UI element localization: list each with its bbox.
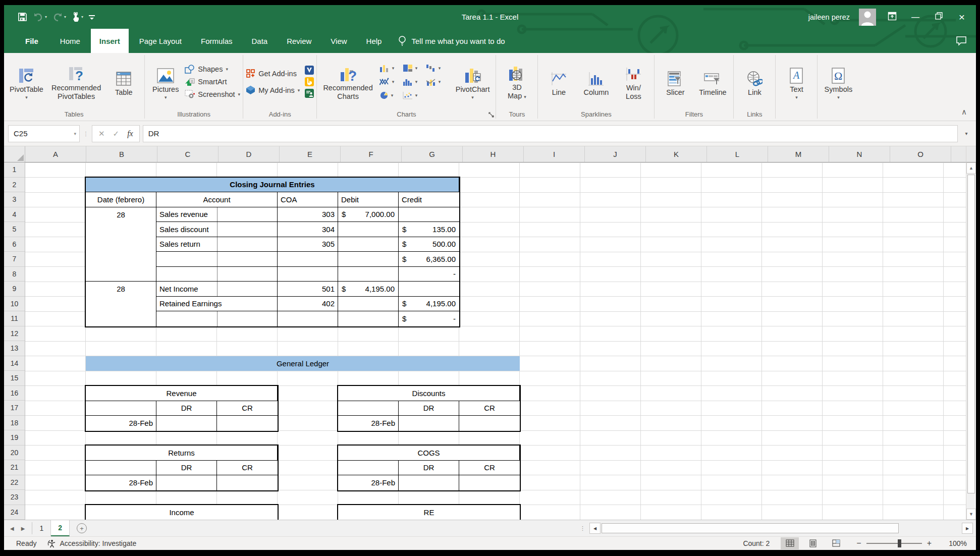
ledger-cell[interactable] — [399, 416, 459, 431]
tab-view[interactable]: View — [322, 29, 355, 53]
column-header-B[interactable]: B — [86, 146, 157, 162]
column-header-D[interactable]: D — [219, 146, 280, 162]
ledger-date-cell[interactable]: 28-Feb — [86, 475, 156, 490]
journal-entry2-date-cell[interactable]: 28 — [86, 282, 156, 326]
vertical-scroll-thumb[interactable] — [967, 175, 975, 493]
sheet-canvas[interactable]: Closing Journal Entries Date (febrero) A… — [25, 162, 966, 520]
insert-waterfall-chart-button[interactable]: ▾ — [426, 64, 449, 72]
people-graph-icon[interactable] — [305, 89, 314, 98]
journal-entry1-date-cell[interactable]: 28 — [86, 207, 156, 282]
bing-maps-icon[interactable] — [305, 77, 314, 86]
scroll-up-arrow[interactable]: ▲ — [966, 162, 976, 174]
column-header-C[interactable]: C — [157, 146, 219, 162]
row-header-6[interactable]: 6 — [4, 237, 25, 252]
pictures-button[interactable]: Pictures ▾ — [147, 64, 184, 100]
redo-button[interactable]: ▾ — [52, 13, 66, 22]
row-header-4[interactable]: 4 — [4, 207, 25, 223]
redo-dropdown-caret[interactable]: ▾ — [64, 15, 66, 19]
journal-cell-debit[interactable] — [338, 237, 399, 252]
ledger-title-cell[interactable]: Income — [86, 505, 278, 520]
journal-cell-account[interactable] — [156, 267, 278, 282]
user-name[interactable]: jaileen perez — [808, 13, 850, 21]
row-header-12[interactable]: 12 — [4, 326, 25, 342]
row-header-24[interactable]: 24 — [4, 505, 25, 520]
comments-button[interactable] — [956, 29, 976, 53]
tab-formulas[interactable]: Formulas — [192, 29, 241, 53]
journal-cell-account[interactable] — [156, 252, 278, 267]
row-header-23[interactable]: 23 — [4, 490, 25, 505]
journal-header-coa[interactable]: COA — [278, 192, 338, 207]
row-header-8[interactable]: 8 — [4, 267, 25, 282]
ledger-dr-header[interactable]: DR — [399, 401, 459, 416]
recommended-charts-button[interactable]: ? RecommendedCharts — [319, 63, 376, 101]
ledger-cr-header[interactable]: CR — [217, 401, 278, 416]
sparkline-line-button[interactable]: Line — [540, 67, 577, 97]
ledger-cr-header[interactable]: CR — [217, 461, 278, 476]
sparkline-column-button[interactable]: Column — [578, 67, 614, 97]
ledger-dr-header[interactable]: DR — [156, 401, 217, 416]
scroll-left-arrow[interactable]: ◀ — [589, 523, 601, 534]
customize-quick-access-button[interactable] — [88, 14, 95, 20]
avatar[interactable] — [859, 9, 876, 26]
scroll-down-arrow[interactable]: ▼ — [966, 509, 976, 520]
journal-cell-coa[interactable]: 303 — [278, 207, 338, 223]
journal-cell-credit[interactable]: $500.00 — [399, 237, 459, 252]
journal-cell-credit[interactable]: $6,365.00 — [399, 252, 459, 267]
tab-home[interactable]: Home — [51, 29, 89, 53]
undo-button[interactable]: ▾ — [33, 13, 47, 22]
row-header-19[interactable]: 19 — [4, 430, 25, 446]
insert-column-chart-button[interactable]: ▾ — [379, 64, 403, 72]
ledger-cr-header[interactable]: CR — [459, 461, 520, 476]
ledger-cell[interactable] — [338, 401, 399, 416]
row-header-15[interactable]: 15 — [4, 371, 25, 386]
column-header-G[interactable]: G — [402, 146, 463, 162]
confirm-entry-button[interactable]: ✓ — [113, 129, 120, 138]
tab-page-layout[interactable]: Page Layout — [131, 29, 190, 53]
status-count[interactable]: Count: 2 — [743, 539, 770, 547]
vertical-scrollbar[interactable]: ▲ ▼ — [966, 162, 976, 520]
journal-cell-debit[interactable] — [338, 311, 399, 326]
column-header-E[interactable]: E — [280, 146, 341, 162]
expand-formula-bar-button[interactable]: ▾ — [961, 131, 972, 136]
select-all-button[interactable] — [4, 146, 25, 162]
tab-review[interactable]: Review — [278, 29, 320, 53]
journal-cell-account[interactable]: Sales discount — [156, 222, 278, 237]
restore-button[interactable] — [932, 12, 946, 22]
shapes-button[interactable]: Shapes▾ — [185, 65, 240, 74]
ledger-cell[interactable] — [217, 475, 278, 490]
timeline-button[interactable]: Timeline — [694, 67, 731, 97]
journal-cell-credit[interactable]: - — [399, 267, 459, 282]
tab-file[interactable]: File — [14, 29, 49, 53]
insert-scatter-chart-button[interactable]: ▾ — [403, 91, 426, 99]
collapse-ribbon-button[interactable]: ∧ — [961, 107, 967, 117]
row-header-21[interactable]: 21 — [4, 460, 25, 475]
ribbon-display-options-button[interactable] — [885, 12, 899, 23]
journal-cell-coa[interactable] — [278, 267, 338, 282]
column-header-K[interactable]: K — [646, 146, 707, 162]
smartart-button[interactable]: SmartArt — [185, 77, 240, 86]
page-layout-view-button[interactable] — [804, 537, 822, 549]
row-header-14[interactable]: 14 — [4, 356, 25, 371]
insert-combo-chart-button[interactable]: ▾ — [426, 78, 449, 86]
column-header-H[interactable]: H — [463, 146, 524, 162]
journal-header-date[interactable]: Date (febrero) — [86, 192, 156, 207]
column-header-F[interactable]: F — [341, 146, 402, 162]
general-ledger-band[interactable]: General Ledger — [86, 356, 520, 371]
my-addins-button[interactable]: My Add-ins▾ — [246, 85, 300, 95]
journal-cell-account[interactable] — [156, 311, 278, 326]
journal-cell-debit[interactable] — [338, 252, 399, 267]
name-box[interactable]: C25 ▾ — [8, 125, 80, 142]
row-header-3[interactable]: 3 — [4, 192, 25, 207]
formula-bar-splitter[interactable]: ⋮ — [83, 132, 89, 135]
journal-cell-coa[interactable]: 304 — [278, 222, 338, 237]
formula-input[interactable]: DR — [143, 125, 958, 142]
column-header-A[interactable]: A — [25, 146, 86, 162]
row-header-20[interactable]: 20 — [4, 446, 25, 461]
column-header-J[interactable]: J — [585, 146, 646, 162]
ledger-title-cell[interactable]: COGS — [338, 446, 520, 461]
sheet-nav-right-arrow[interactable]: ▶ — [21, 526, 25, 531]
screenshot-button[interactable]: Screenshot▾ — [185, 90, 240, 99]
row-header-11[interactable]: 11 — [4, 311, 25, 326]
journal-cell-debit[interactable] — [338, 222, 399, 237]
undo-dropdown-caret[interactable]: ▾ — [45, 15, 47, 19]
